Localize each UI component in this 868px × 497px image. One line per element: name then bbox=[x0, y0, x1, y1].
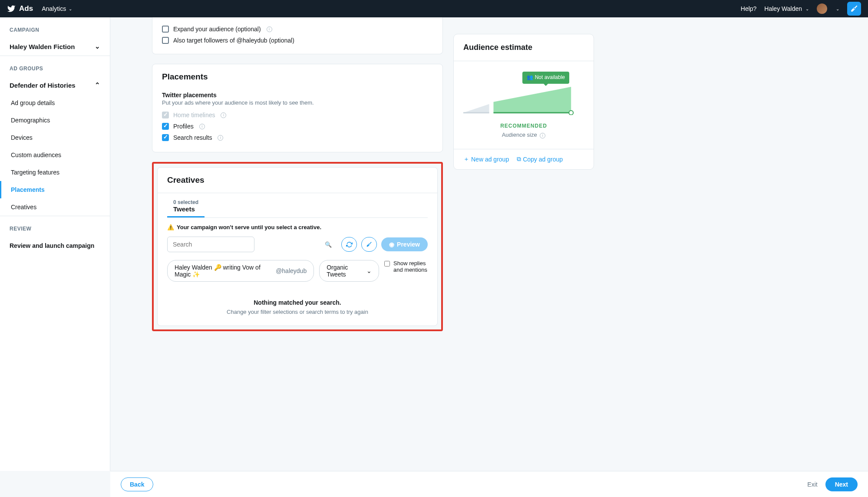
copy-adgroup-link[interactable]: ⧉ Copy ad group bbox=[517, 155, 563, 163]
estimate-chart: 👥 Not available bbox=[463, 72, 584, 119]
sidebar-item-creatives[interactable]: Creatives bbox=[0, 198, 110, 216]
new-adgroup-label: New ad group bbox=[471, 156, 509, 163]
user-menu[interactable]: Haley Walden ⌄ bbox=[764, 5, 809, 12]
search-input[interactable] bbox=[167, 237, 254, 252]
placement-search-checkbox[interactable] bbox=[162, 134, 169, 141]
audience-size-row: Audience size i bbox=[463, 132, 584, 138]
placement-profiles-row: Profiles i bbox=[162, 121, 433, 132]
placements-hint: Put your ads where your audience is most… bbox=[162, 99, 433, 106]
expand-audience-row: Expand your audience (optional) i bbox=[162, 23, 433, 35]
creatives-header: Creatives bbox=[158, 168, 437, 193]
chevron-down-icon: ⌄ bbox=[95, 43, 100, 50]
sidebar-campaign[interactable]: Haley Walden Fiction ⌄ bbox=[0, 37, 110, 56]
estimate-title: Audience estimate bbox=[454, 34, 594, 61]
help-link[interactable]: Help? bbox=[741, 5, 757, 12]
svg-marker-0 bbox=[463, 104, 489, 113]
refresh-button[interactable] bbox=[341, 237, 357, 252]
sidebar: CAMPAIGN Haley Walden Fiction ⌄ AD GROUP… bbox=[0, 17, 110, 471]
not-available-badge: 👥 Not available bbox=[522, 72, 569, 84]
user-filter-pill[interactable]: Haley Walden 🔑 writing Vow of Magic ✨ @h… bbox=[167, 260, 314, 282]
user-handle: @haleydub bbox=[276, 267, 307, 274]
compose-icon bbox=[850, 5, 858, 13]
placement-profiles-checkbox[interactable] bbox=[162, 123, 169, 130]
header-right: Help? Haley Walden ⌄ ⌄ bbox=[741, 2, 861, 16]
search-wrap: 🔍 bbox=[167, 237, 337, 252]
audience-size-label: Audience size bbox=[502, 132, 537, 138]
chevron-down-icon: ⌄ bbox=[366, 267, 372, 274]
campaign-name: Haley Walden Fiction bbox=[10, 43, 75, 50]
new-adgroup-link[interactable]: ＋ New ad group bbox=[463, 155, 509, 163]
app-name: Ads bbox=[19, 4, 33, 13]
eye-icon: ◉ bbox=[389, 241, 394, 248]
recommended-label: RECOMMENDED bbox=[463, 123, 584, 129]
next-button[interactable]: Next bbox=[825, 477, 858, 491]
info-icon[interactable]: i bbox=[267, 26, 272, 32]
header-left: Ads Analytics ⌄ bbox=[7, 4, 72, 13]
estimate-body: 👥 Not available RECOMMENDED Audience siz… bbox=[454, 61, 594, 149]
tab-label: Tweets bbox=[173, 205, 198, 213]
preview-button[interactable]: ◉ Preview bbox=[381, 237, 428, 251]
info-icon[interactable]: i bbox=[199, 124, 205, 129]
footer-right: Exit Next bbox=[807, 477, 858, 491]
compose-tweet-button[interactable] bbox=[361, 237, 377, 252]
audience-body: Expand your audience (optional) i Also t… bbox=[152, 17, 442, 54]
avatar[interactable] bbox=[817, 3, 827, 14]
exit-button[interactable]: Exit bbox=[807, 481, 817, 488]
warning-icon: ⚠️ bbox=[167, 224, 174, 230]
creatives-body: 0 selected Tweets ⚠️ Your campaign won't… bbox=[158, 196, 437, 326]
target-followers-label: Also target followers of @haleydub (opti… bbox=[173, 37, 294, 44]
placements-header: Placements bbox=[152, 64, 442, 90]
analytics-menu[interactable]: Analytics ⌄ bbox=[42, 5, 72, 12]
sidebar-item-review[interactable]: Review and launch campaign bbox=[0, 236, 110, 255]
sidebar-item-details[interactable]: Ad group details bbox=[0, 94, 110, 112]
tab-tweets[interactable]: 0 selected Tweets bbox=[167, 196, 205, 217]
sidebar-adgroup[interactable]: Defender of Histories ⌃ bbox=[0, 76, 110, 94]
analytics-label: Analytics bbox=[42, 5, 66, 12]
info-icon[interactable]: i bbox=[218, 135, 223, 141]
info-icon[interactable]: i bbox=[221, 112, 226, 118]
sidebar-item-devices[interactable]: Devices bbox=[0, 129, 110, 146]
target-followers-row: Also target followers of @haleydub (opti… bbox=[162, 35, 433, 46]
expand-audience-checkbox[interactable] bbox=[162, 26, 169, 33]
campaign-section-label: CAMPAIGN bbox=[0, 17, 110, 37]
warning-text: Your campaign won't serve until you sele… bbox=[177, 224, 321, 230]
chevron-up-icon: ⌃ bbox=[95, 81, 100, 89]
empty-state: Nothing matched your search. Change your… bbox=[167, 299, 428, 315]
placement-search-row: Search results i bbox=[162, 132, 433, 143]
copy-icon: ⧉ bbox=[517, 155, 521, 163]
creatives-card: Creatives 0 selected Tweets ⚠️ Your camp… bbox=[157, 167, 438, 326]
ads-logo[interactable]: Ads bbox=[7, 4, 33, 13]
back-button[interactable]: Back bbox=[121, 477, 153, 491]
content-column: Expand your audience (optional) i Also t… bbox=[152, 17, 443, 471]
sidebar-item-custom-audiences[interactable]: Custom audiences bbox=[0, 146, 110, 164]
estimate-actions: ＋ New ad group ⧉ Copy ad group bbox=[454, 149, 594, 169]
placement-home-row: Home timelines i bbox=[162, 109, 433, 121]
placements-title: Placements bbox=[162, 72, 433, 82]
placements-subtitle: Twitter placements bbox=[162, 92, 433, 99]
sidebar-item-targeting[interactable]: Targeting features bbox=[0, 164, 110, 181]
show-replies-row: Show replies and mentions bbox=[384, 260, 428, 273]
filter-row: Haley Walden 🔑 writing Vow of Magic ✨ @h… bbox=[167, 260, 428, 282]
user-pill-label: Haley Walden 🔑 writing Vow of Magic ✨ bbox=[175, 264, 273, 278]
adgroups-section-label: AD GROUPS bbox=[0, 56, 110, 76]
info-icon[interactable]: i bbox=[540, 133, 545, 138]
tweets-pill-label: Organic Tweets bbox=[327, 264, 364, 278]
svg-point-4 bbox=[569, 111, 573, 115]
warning-row: ⚠️ Your campaign won't serve until you s… bbox=[167, 224, 428, 230]
placements-card: Placements Twitter placements Put your a… bbox=[152, 64, 443, 152]
chevron-down-icon[interactable]: ⌄ bbox=[836, 7, 839, 11]
tweets-filter-pill[interactable]: Organic Tweets ⌄ bbox=[319, 260, 379, 282]
audience-card: Expand your audience (optional) i Also t… bbox=[152, 17, 443, 54]
sidebar-item-placements[interactable]: Placements bbox=[0, 181, 110, 198]
target-followers-checkbox[interactable] bbox=[162, 37, 169, 44]
creatives-tabs: 0 selected Tweets bbox=[167, 196, 428, 218]
empty-title: Nothing matched your search. bbox=[167, 299, 428, 306]
creatives-highlight: Creatives 0 selected Tweets ⚠️ Your camp… bbox=[152, 162, 443, 331]
show-replies-checkbox[interactable] bbox=[384, 261, 390, 267]
sidebar-item-demographics[interactable]: Demographics bbox=[0, 112, 110, 129]
compose-button[interactable] bbox=[847, 2, 861, 16]
placement-profiles-label: Profiles bbox=[173, 123, 194, 130]
creatives-title: Creatives bbox=[167, 175, 428, 185]
copy-adgroup-label: Copy ad group bbox=[523, 156, 563, 163]
layout: CAMPAIGN Haley Walden Fiction ⌄ AD GROUP… bbox=[0, 17, 868, 471]
